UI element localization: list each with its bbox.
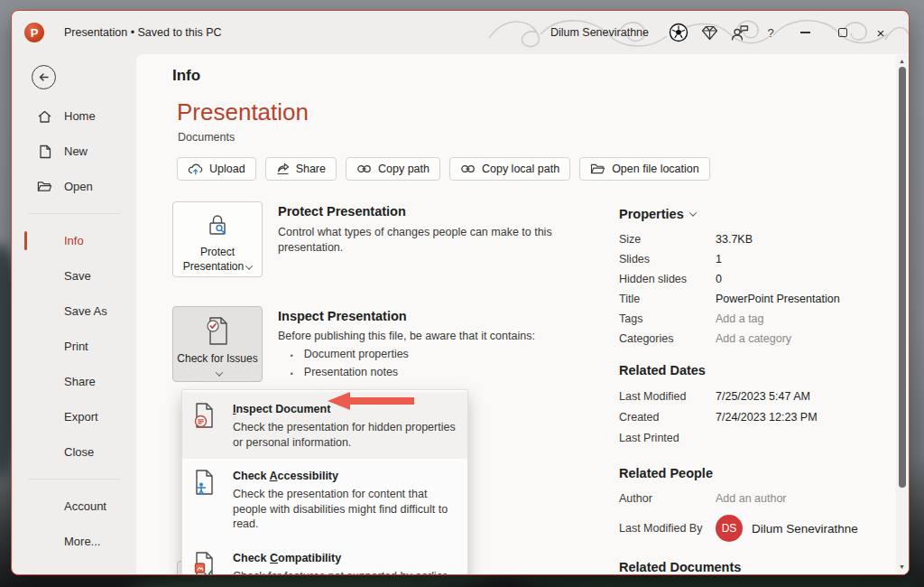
- property-value: 33.7KB: [716, 233, 753, 246]
- lock-key-icon: [202, 210, 233, 241]
- inspect-section-title: Inspect Presentation: [278, 309, 585, 323]
- back-button[interactable]: [32, 65, 56, 89]
- date-value: 7/25/2023 5:47 AM: [716, 390, 810, 403]
- sidebar-item-home[interactable]: Home: [12, 98, 136, 134]
- sidebar-item-new[interactable]: New: [12, 134, 136, 169]
- protect-presentation-button[interactable]: Protect Presentation: [172, 201, 263, 277]
- sidebar-item-export[interactable]: Export: [12, 399, 136, 434]
- property-row-hidden-slides: Hidden slides 0: [619, 269, 890, 289]
- vertical-scrollbar[interactable]: ▲ ▼: [896, 55, 908, 575]
- active-indicator: [24, 231, 27, 250]
- avatar[interactable]: DS: [716, 515, 743, 542]
- open-file-location-button[interactable]: Open file location: [579, 157, 710, 181]
- copy-path-button[interactable]: Copy path: [346, 157, 440, 181]
- open-folder-icon: [37, 180, 52, 193]
- inspect-section-intro: Before publishing this file, be aware th…: [278, 330, 585, 342]
- add-tag-field[interactable]: Add a tag: [716, 312, 764, 325]
- minimize-icon: [800, 32, 810, 33]
- related-people-heading: Related People: [619, 466, 890, 480]
- check-for-issues-button[interactable]: Check for Issues: [172, 306, 263, 382]
- backstage-sidebar: Home New Open: [12, 54, 136, 575]
- check-for-issues-dropdown-menu: Inspect Document Check the presentation …: [181, 389, 468, 575]
- feedback-icon[interactable]: [725, 19, 755, 46]
- sidebar-item-label: Account: [64, 499, 106, 513]
- menu-item-inspect-document[interactable]: Inspect Document Check the presentation …: [182, 392, 467, 459]
- copy-local-path-button[interactable]: Copy local path: [449, 157, 570, 181]
- open-file-location-label: Open file location: [612, 163, 699, 175]
- menu-item-check-accessibility[interactable]: Check Accessibility Check the presentati…: [182, 459, 467, 541]
- property-row-size: Size 33.7KB: [619, 229, 890, 249]
- property-value[interactable]: PowerPoint Presentation: [716, 293, 840, 305]
- property-row-slides: Slides 1: [619, 249, 890, 269]
- date-row-created: Created 7/24/2023 12:23 PM: [619, 406, 890, 427]
- protect-presentation-section: Protect Presentation Protect Presentatio…: [172, 201, 605, 277]
- annotation-arrow: [328, 392, 414, 410]
- menu-item-check-compatibility[interactable]: Check Compatibility Check for features n…: [182, 541, 467, 576]
- powerpoint-logo-icon: P: [24, 23, 44, 42]
- page-title: Info: [172, 67, 605, 85]
- back-arrow-icon: [37, 70, 51, 84]
- add-category-field[interactable]: Add a category: [716, 332, 791, 345]
- copy-local-path-label: Copy local path: [482, 163, 559, 175]
- scroll-up-arrow-icon[interactable]: ▲: [899, 55, 905, 67]
- scroll-down-arrow-icon[interactable]: ▼: [899, 561, 905, 573]
- protect-section-description: Control what types of changes people can…: [278, 225, 562, 256]
- home-icon: [37, 109, 52, 124]
- share-button[interactable]: Share: [265, 157, 337, 181]
- powerpoint-logo-letter: P: [31, 26, 39, 40]
- sidebar-item-share[interactable]: Share: [12, 364, 136, 399]
- protect-button-label: Protect Presentation: [183, 246, 244, 273]
- check-for-issues-label: Check for Issues: [177, 352, 257, 365]
- document-details-panel: Properties Size 33.7KB Slides 1 Hidden s…: [619, 207, 890, 574]
- inspect-bullet-item: ▪ Presentation notes: [278, 366, 585, 378]
- chevron-down-icon: [688, 209, 696, 216]
- account-avatar-soccer-icon[interactable]: [663, 19, 694, 46]
- menu-item-description: Check the presentation for hidden proper…: [233, 420, 460, 450]
- date-row-last-modified: Last Modified 7/25/2023 5:47 AM: [619, 386, 890, 406]
- sidebar-item-print[interactable]: Print: [12, 329, 136, 364]
- add-author-field[interactable]: Add an author: [716, 492, 787, 505]
- properties-heading[interactable]: Properties: [619, 207, 890, 221]
- minimize-button[interactable]: [786, 17, 824, 48]
- sidebar-item-open[interactable]: Open: [12, 169, 136, 204]
- new-document-icon: [37, 144, 52, 159]
- bullet-icon: ▪: [291, 351, 293, 359]
- sidebar-item-label: New: [64, 144, 88, 158]
- document-title: Presentation: [177, 98, 605, 126]
- sidebar-divider: [28, 213, 120, 214]
- menu-item-title: Check Accessibility: [233, 470, 338, 482]
- sidebar-item-account[interactable]: Account: [12, 489, 136, 524]
- upload-button[interactable]: Upload: [177, 157, 256, 181]
- help-icon[interactable]: ?: [755, 19, 786, 46]
- sidebar-item-save[interactable]: Save: [12, 258, 136, 294]
- sidebar-divider: [28, 479, 120, 480]
- sidebar-item-save-as[interactable]: Save As: [12, 294, 136, 329]
- account-user-name[interactable]: Dilum Senevirathne: [550, 26, 649, 39]
- sidebar-item-info[interactable]: Info: [12, 223, 136, 258]
- inspect-presentation-section: Check for Issues Inspect Presentation Be…: [172, 306, 605, 382]
- property-row-title: Title PowerPoint Presentation: [619, 289, 890, 309]
- maximize-icon: [838, 28, 847, 37]
- sidebar-item-close[interactable]: Close: [12, 434, 136, 470]
- property-row-tags: Tags Add a tag: [619, 309, 890, 329]
- maximize-button[interactable]: [824, 17, 862, 48]
- sidebar-item-more[interactable]: More...: [12, 524, 136, 559]
- property-value: 1: [716, 253, 722, 266]
- document-check-icon: [202, 315, 233, 348]
- chevron-down-icon: [245, 262, 253, 269]
- upload-label: Upload: [209, 163, 245, 175]
- check-accessibility-icon: [193, 467, 220, 532]
- related-dates-heading: Related Dates: [619, 363, 890, 377]
- sidebar-item-label: Print: [64, 340, 88, 353]
- bullet-icon: ▪: [291, 369, 293, 377]
- link-icon: [460, 163, 476, 174]
- date-row-last-printed: Last Printed: [619, 427, 890, 448]
- scrollbar-thumb[interactable]: [899, 67, 906, 488]
- close-button[interactable]: ×: [862, 17, 900, 48]
- menu-item-description: Check for features not supported by earl…: [233, 569, 460, 576]
- sidebar-item-label: Save: [64, 269, 91, 283]
- premium-diamond-icon[interactable]: [694, 19, 725, 46]
- sidebar-item-label: Home: [64, 109, 96, 123]
- sidebar-item-label: Info: [64, 234, 84, 247]
- last-modified-by-person[interactable]: Dilum Senevirathne: [752, 522, 858, 536]
